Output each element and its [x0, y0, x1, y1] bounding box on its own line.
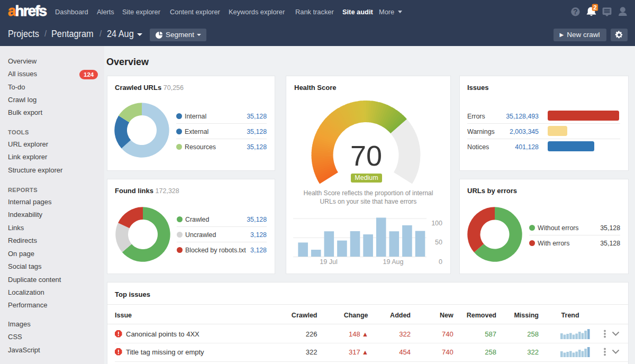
svg-text:100: 100 — [431, 220, 442, 227]
svg-text:?: ? — [573, 7, 578, 16]
svg-text:0: 0 — [439, 258, 442, 266]
svg-text:50: 50 — [435, 239, 442, 246]
svg-text:2: 2 — [593, 4, 596, 11]
svg-text:19 Jul: 19 Jul — [320, 258, 337, 266]
svg-text:19 Aug: 19 Aug — [383, 258, 404, 266]
